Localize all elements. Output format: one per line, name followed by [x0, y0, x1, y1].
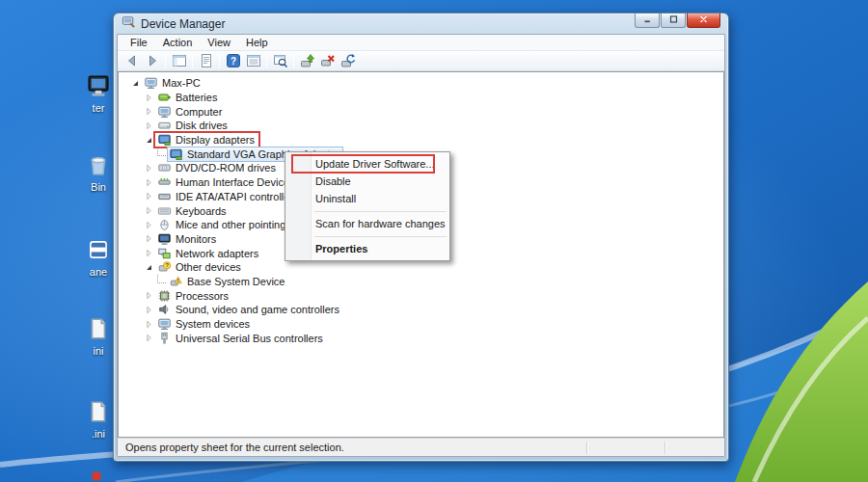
desktop-icon-ini-file[interactable]: ini [79, 316, 118, 357]
tree-item-label: Processors [176, 290, 229, 302]
context-menu: Update Driver Software... Disable Uninst… [285, 151, 450, 261]
maximize-icon [667, 12, 680, 29]
display-adapter-icon [157, 133, 172, 147]
expand-toggle-icon[interactable] [144, 319, 154, 330]
window-title: Device Manager [141, 17, 225, 31]
expand-toggle-icon[interactable] [144, 305, 154, 315]
tree-item-label: Disk drives [176, 120, 228, 131]
list-view-icon[interactable] [243, 52, 263, 70]
tree-item-label: Base System Device [187, 276, 285, 287]
desktop-icon-computer[interactable]: ter [79, 73, 118, 114]
desktop-icon-label: ini [79, 345, 118, 357]
tree-item-sound-video-game-controllers[interactable]: Sound, video and game controllers [119, 303, 723, 317]
tree-item-batteries[interactable]: Batteries [119, 91, 723, 105]
menubar: File Action View Help [118, 35, 724, 51]
close-button[interactable] [687, 13, 720, 28]
export-list-icon[interactable] [196, 52, 216, 70]
context-menu-item-uninstall[interactable]: Uninstall [285, 190, 449, 207]
tree-connector [157, 275, 166, 283]
context-menu-separator [285, 207, 449, 215]
find-icon[interactable] [270, 52, 290, 70]
status-text: Opens property sheet for the current sel… [118, 442, 344, 453]
svg-text:?: ? [165, 263, 169, 269]
expand-toggle-icon[interactable] [144, 163, 154, 174]
back-icon[interactable] [122, 52, 142, 70]
tree-item-label: Other devices [176, 261, 241, 273]
minimize-button[interactable] [635, 13, 660, 28]
titlebar[interactable]: Device Manager [114, 13, 728, 34]
tree-item-processors[interactable]: Processors [119, 288, 723, 303]
forward-icon[interactable] [142, 52, 162, 70]
expand-toggle-icon[interactable] [144, 262, 154, 273]
uninstall-icon[interactable] [317, 52, 338, 70]
maximize-button[interactable] [661, 13, 686, 28]
tree-item-other-devices[interactable]: ?Other devices [119, 260, 723, 275]
statusbar: Opens property sheet for the current sel… [118, 438, 724, 456]
battery-icon [157, 91, 172, 104]
menu-view[interactable]: View [200, 36, 238, 49]
tree-item-label: Human Interface Devices [176, 176, 295, 188]
tree-item-label: Batteries [176, 92, 217, 103]
tree-item-label: Computer [176, 106, 222, 118]
context-menu-item-properties[interactable]: Properties [285, 240, 449, 257]
toolbar-separator [293, 54, 294, 68]
processor-icon [157, 289, 172, 303]
show-console-tree-icon[interactable] [169, 52, 189, 70]
hid-icon [157, 175, 172, 189]
mouse-icon [157, 218, 172, 231]
tree-item-label: IDE ATA/ATAPI controllers [176, 191, 299, 202]
context-menu-item-scan-for-hardware-changes[interactable]: Scan for hardware changes [285, 215, 449, 232]
close-icon [697, 12, 710, 29]
computer-icon [157, 105, 172, 119]
computer-icon [157, 317, 172, 331]
expand-toggle-icon[interactable] [144, 106, 154, 117]
expand-toggle-icon[interactable] [130, 78, 141, 89]
expand-toggle-icon[interactable] [144, 93, 154, 103]
desktop-icon-app[interactable]: ane [79, 237, 118, 278]
desktop-computer-icon [86, 85, 111, 101]
scan-hardware-icon[interactable] [338, 52, 358, 70]
menu-file[interactable]: File [122, 36, 155, 49]
desktop-icon-recycle-bin[interactable]: Bin [79, 152, 118, 193]
tree-item-universal-serial-bus-controllers[interactable]: Universal Serial Bus controllers [119, 331, 723, 345]
tree-item-label: Network adapters [176, 248, 258, 259]
statusbar-divider [586, 442, 588, 454]
tree-item-label: Display adapters [176, 134, 255, 146]
minimize-icon [641, 12, 654, 29]
menu-action[interactable]: Action [155, 36, 201, 49]
expand-toggle-icon[interactable] [144, 290, 154, 301]
context-menu-item-disable[interactable]: Disable [285, 173, 449, 190]
desktop-icon-ini-file-2[interactable]: .ini [79, 399, 118, 440]
tree-item-label: Max-PC [162, 77, 201, 89]
network-adapter-icon [157, 247, 172, 260]
tree-item-system-devices[interactable]: System devices [119, 317, 723, 332]
tree-item-computer[interactable]: Computer [119, 104, 723, 119]
expand-toggle-icon[interactable] [144, 135, 154, 146]
expand-toggle-icon[interactable] [144, 120, 154, 131]
file-icon [86, 411, 111, 427]
computer-icon [144, 76, 158, 90]
help-icon[interactable]: ? [223, 52, 243, 70]
tree-item-label: Universal Serial Bus controllers [176, 333, 323, 344]
toolbar-separator [192, 54, 193, 68]
tree-item-base-system-device[interactable]: !Base System Device [119, 275, 723, 289]
menu-help[interactable]: Help [238, 36, 276, 49]
display-adapter-icon [169, 147, 183, 161]
expand-toggle-icon[interactable] [144, 248, 154, 258]
expand-toggle-icon[interactable] [144, 205, 154, 216]
expand-toggle-icon[interactable] [144, 177, 154, 188]
desktop-icon-label: Bin [79, 181, 118, 193]
tree-item-disk-drives[interactable]: Disk drives [119, 119, 723, 133]
tree-item-label: Sound, video and game controllers [176, 304, 339, 315]
statusbar-divider [665, 442, 666, 454]
expand-toggle-icon[interactable] [144, 220, 154, 230]
desktop-icon-label: .ini [79, 428, 118, 440]
expand-toggle-icon[interactable] [144, 191, 154, 201]
tree-item-label: Monitors [176, 233, 216, 245]
expand-toggle-icon[interactable] [144, 333, 154, 343]
tree-item-max-pc[interactable]: Max-PC [119, 76, 723, 91]
update-driver-icon[interactable] [297, 52, 317, 70]
tree-item-display-adapters[interactable]: Display adapters [119, 133, 723, 147]
context-menu-item-update-driver-software[interactable]: Update Driver Software... [285, 155, 449, 173]
expand-toggle-icon[interactable] [144, 233, 154, 244]
